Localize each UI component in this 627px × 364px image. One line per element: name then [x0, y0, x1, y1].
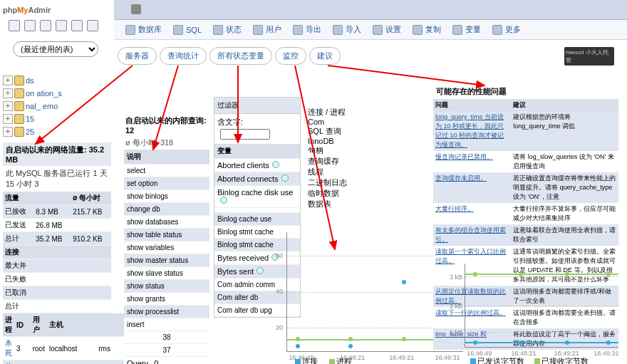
tab-databases[interactable]: 数据库 — [120, 20, 167, 40]
tree-item[interactable]: +25 — [3, 125, 106, 138]
chart1-legend: 连接 进程 — [295, 356, 352, 364]
db-icon — [125, 25, 135, 35]
tree-item[interactable]: +15 — [3, 113, 106, 125]
issue-link[interactable]: long_query_time 当前设为 10 秒或更长，因此只记过 10 秒的… — [433, 111, 511, 151]
tree-item[interactable]: +nal_ emo — [3, 100, 106, 113]
db-tree: +ds +on ation_s +nal_ emo +15 +25 — [3, 74, 106, 138]
pill-advisor[interactable]: 建议 — [309, 47, 341, 65]
tab-users[interactable]: 用户 — [247, 20, 287, 40]
sql-icon[interactable] — [40, 20, 51, 31]
tab-settings[interactable]: 设置 — [367, 20, 407, 40]
tab-more[interactable]: 更多 — [487, 20, 527, 40]
status-icon — [213, 25, 223, 35]
traffic-panel: 自启动以来的网络流量: 35.2 MB 此 MySQL 服务器已运行 1 天 1… — [3, 142, 111, 364]
vars-icon — [452, 25, 462, 35]
issue-link[interactable]: 查询缓存未启用。 — [433, 172, 511, 203]
queries-title: 自启动以来的内部查询: 12 — [124, 114, 209, 136]
users-icon — [253, 25, 263, 35]
issue-link[interactable]: 大量行排序。 — [433, 203, 511, 224]
process-table: 进程ID用户主机 杀死3rootlocalhostrms 杀死22rootiZ1… — [3, 313, 126, 364]
tree-item[interactable]: +on ation_s — [3, 87, 106, 100]
help-icon[interactable] — [256, 267, 264, 274]
hosting-logo: hiwood 小火人托管 — [564, 47, 614, 66]
traffic-title: 自启动以来的网络流量: 35.2 MB — [3, 142, 111, 166]
tab-export[interactable]: 导出 — [287, 20, 327, 40]
kill-link[interactable]: 杀死 — [3, 337, 14, 360]
home-icon[interactable] — [9, 20, 20, 31]
export-icon — [293, 25, 303, 35]
breadcrumb-bar — [114, 0, 627, 20]
help-icon[interactable] — [272, 161, 279, 168]
connections-table: 连接 最大并 已失败 已取消 总计 — [3, 246, 111, 313]
tab-sql[interactable]: SQL — [167, 20, 207, 40]
pill-server[interactable]: 服务器 — [118, 47, 157, 65]
queries-panel: 自启动以来的内部查询: 12 ø 每小时: 318 说明 select set … — [124, 114, 209, 364]
chart2-legend: 已发送字节数 已接收字节数 — [470, 356, 589, 364]
uptime-text: 此 MySQL 服务器已运行 1 天 15 小时 3 — [3, 166, 111, 192]
svg-line-4 — [328, 66, 484, 85]
more-icon — [492, 25, 502, 35]
docs-icon[interactable] — [56, 20, 67, 31]
bytes-chart: 3 kB 2 kB 1 kB 16:46:49 16:48:21 16:49:2… — [465, 264, 618, 348]
sql-tab-icon — [173, 25, 183, 35]
pill-monitor[interactable]: 监控 — [275, 47, 306, 65]
reload-icon[interactable] — [87, 20, 98, 31]
tree-item[interactable]: +ds — [3, 74, 106, 87]
import-icon — [333, 25, 343, 35]
settings-icon[interactable] — [71, 20, 83, 31]
queries-sub: ø 每小时: 318 — [124, 136, 209, 150]
main-tabs: 数据库 SQL 状态 用户 导出 导入 设置 复制 变量 更多 — [114, 20, 627, 40]
recent-tables-select[interactable]: (最近使用的表) — [13, 41, 98, 57]
gear-icon — [373, 25, 383, 35]
help-icon[interactable] — [220, 197, 227, 204]
advisor-title: 可能存在的性能问题 — [433, 84, 618, 99]
traffic-table: 流量ø 每小时 已接收8.3 MB215.7 KB 已发送26.8 MB 总计3… — [3, 192, 111, 246]
tab-status[interactable]: 状态 — [207, 20, 247, 40]
help-icon[interactable] — [281, 175, 289, 182]
tab-replication[interactable]: 复制 — [407, 20, 447, 40]
kill-link[interactable]: 杀死 — [3, 360, 14, 365]
tab-variables[interactable]: 变量 — [447, 20, 487, 40]
issue-link[interactable]: 慢查询记录已禁用。 — [433, 151, 511, 172]
server-icon — [131, 4, 141, 14]
filter-input[interactable] — [220, 129, 270, 140]
tab-import[interactable]: 导入 — [327, 20, 367, 40]
phpmyadmin-logo: phpMyAdmir — [3, 0, 51, 16]
pill-all-vars[interactable]: 所有状态变量 — [209, 47, 272, 65]
filter-header: 过滤器 — [214, 98, 300, 114]
filter-label: 含文字: — [214, 114, 300, 144]
issue-link[interactable]: 有太多的组合查询使用索引。 — [433, 224, 511, 246]
logout-icon[interactable] — [24, 20, 36, 31]
status-subtabs: 服务器 查询统计 所有状态变量 监控 建议 — [118, 47, 341, 65]
quick-icon-bar — [9, 20, 98, 31]
replication-icon — [413, 25, 423, 35]
pill-query-stats[interactable]: 查询统计 — [160, 47, 207, 65]
